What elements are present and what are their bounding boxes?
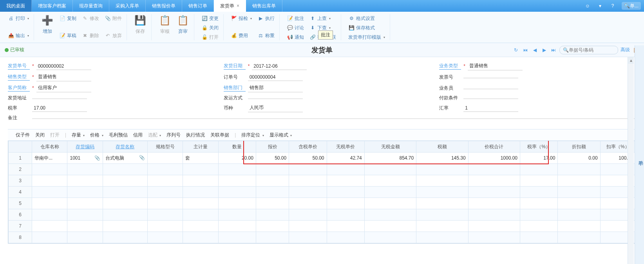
dept-field[interactable]: 销售部	[248, 84, 303, 92]
col-amount-notax[interactable]: 无税金额	[364, 141, 416, 153]
table-row[interactable]: 1 华南中... 1001📎 台式电脑📎 套 20.00 50.00 50.00…	[9, 153, 636, 164]
disc-cell[interactable]: 0.00	[558, 153, 600, 164]
table-row[interactable]: 4	[9, 187, 636, 198]
stock-button[interactable]: 存量 ▾	[72, 132, 85, 138]
tab-ship-bill[interactable]: 发货单×	[214, 0, 246, 12]
fee-button[interactable]: 💰费用	[229, 31, 253, 40]
format-set-button[interactable]: ⚙格式设置	[347, 14, 387, 23]
col-price-tax[interactable]: 含税单价	[289, 141, 327, 153]
col-tax-rate[interactable]: 税率（%）	[520, 141, 558, 153]
col-quote[interactable]: 报价	[256, 141, 289, 153]
col-rownum[interactable]	[9, 141, 32, 153]
ship-no-field[interactable]: 0000000002	[36, 63, 91, 70]
check-up-button[interactable]: ⬆上查▾	[308, 14, 338, 23]
tab-sales-order[interactable]: 销售订单	[182, 0, 214, 12]
open-doc-button[interactable]: 🔓打开	[200, 33, 220, 41]
total-cell[interactable]: 1000.00	[468, 153, 520, 164]
remark-field[interactable]	[32, 117, 636, 119]
execute-button[interactable]: ▶执行	[256, 14, 276, 23]
print-button[interactable]: 🖨打印▾	[6, 14, 31, 23]
name-cell[interactable]: 台式电脑📎	[103, 153, 147, 164]
clerk-field[interactable]	[463, 87, 518, 89]
col-stock-code[interactable]: 存货编码	[67, 141, 103, 153]
prev-button[interactable]: ◀	[531, 47, 538, 53]
col-spec[interactable]: 规格型号	[148, 141, 183, 153]
col-qty[interactable]: 数量	[218, 141, 256, 153]
sale-type-field[interactable]: 普通销售	[36, 73, 91, 81]
grid-close-button[interactable]: 关闭	[35, 132, 45, 138]
col-tax-amt[interactable]: 税额	[416, 141, 468, 153]
advanced-link[interactable]: 高级	[620, 47, 630, 53]
col-total[interactable]: 价税合计	[468, 141, 520, 153]
date-field[interactable]: 2017-12-06	[252, 63, 307, 70]
grid-open-button[interactable]: 打开	[50, 132, 60, 138]
code-cell[interactable]: 1001📎	[67, 153, 103, 164]
tab-stock-query[interactable]: 现存量查询	[73, 0, 109, 12]
refresh-button[interactable]: ↻	[512, 47, 519, 53]
cust-field[interactable]: 信用客户	[36, 84, 91, 92]
exec-info-button[interactable]: 执行情况	[186, 132, 205, 138]
table-row[interactable]: 3	[9, 175, 636, 187]
currency-field[interactable]: 人民币	[248, 104, 303, 112]
doc-search-input[interactable]	[569, 47, 628, 53]
addr-field[interactable]	[32, 97, 87, 99]
sort-button[interactable]: 排序定位 ▾	[241, 132, 264, 138]
output-button[interactable]: 📤输出▾	[6, 31, 31, 40]
copy-button[interactable]: 📄复制	[58, 14, 78, 23]
scrollbar[interactable]: ▴	[628, 57, 634, 244]
col-uom[interactable]: 主计量	[183, 141, 218, 153]
last-button[interactable]: ⏭	[550, 47, 557, 53]
close-doc-button[interactable]: 🔒关闭	[200, 23, 220, 32]
col-stock-name[interactable]: 存货名称	[103, 141, 147, 153]
table-row[interactable]: 8	[9, 232, 636, 243]
notify-button[interactable]: 📢通知	[285, 33, 306, 41]
doc-search[interactable]: 🔍	[559, 46, 618, 54]
table-row[interactable]: 6	[9, 209, 636, 221]
spec-cell[interactable]	[148, 153, 183, 164]
table-row[interactable]: 7	[9, 221, 636, 232]
tax-cell[interactable]: 145.30	[416, 153, 468, 164]
tab-sales-out[interactable]: 销售出库单	[246, 0, 282, 12]
modify-button[interactable]: ✎修改	[80, 14, 101, 23]
assoc-doc-button[interactable]: 关联单据	[210, 132, 229, 138]
qty-cell[interactable]: 20.00	[218, 153, 256, 164]
rate-field[interactable]: 17.00	[32, 104, 87, 112]
attachment-button[interactable]: 📎附件	[103, 14, 123, 23]
ship-mode-field[interactable]	[248, 97, 303, 99]
delete-button[interactable]: ✖删除	[80, 31, 101, 40]
abandon-audit-button[interactable]: 📋弃审	[175, 14, 191, 35]
pnt-cell[interactable]: 42.74	[327, 153, 364, 164]
wh-cell[interactable]: 华南中...	[32, 153, 67, 164]
inspect-button[interactable]: 🚩报检▾	[229, 14, 253, 23]
weigh-button[interactable]: ⚖称重	[256, 31, 276, 40]
change-button[interactable]: 🔄变更	[200, 14, 220, 23]
price-button[interactable]: 价格 ▾	[90, 132, 103, 138]
tab-sales-quote[interactable]: 销售报价单	[146, 0, 182, 12]
chevron-down-icon[interactable]: ▾	[597, 2, 604, 9]
data-grid[interactable]: 仓库名称 存货编码 存货名称 规格型号 主计量 数量 报价 含税单价 无税单价 …	[8, 141, 636, 243]
note-button[interactable]: 📝批注	[285, 14, 306, 23]
table-row[interactable]: 5	[9, 198, 636, 209]
trate-cell[interactable]: 17.00	[520, 153, 558, 164]
print-tpl-button[interactable]: 发货单打印模版▾	[347, 33, 387, 41]
global-search[interactable]: 🔍 单...	[622, 2, 641, 10]
quote-cell[interactable]: 50.00	[256, 153, 289, 164]
gross-button[interactable]: 毛利预估	[109, 132, 128, 138]
invoice-field[interactable]	[463, 76, 518, 78]
amt-cell[interactable]: 854.70	[364, 153, 416, 164]
credit-button[interactable]: 信用	[133, 132, 143, 138]
draft-button[interactable]: 📝草稿	[58, 31, 78, 40]
discard-button[interactable]: ↶放弃	[103, 31, 123, 40]
only-child-button[interactable]: 仅子件	[16, 132, 30, 138]
tab-add-customer[interactable]: 增加客户档案	[32, 0, 73, 12]
order-field[interactable]: 0000000004	[248, 74, 303, 81]
close-icon[interactable]: ×	[237, 3, 239, 9]
serial-button[interactable]: 序列号	[166, 132, 181, 138]
save-button[interactable]: 💾保存	[132, 14, 148, 35]
smile-icon[interactable]: ☺	[584, 2, 591, 9]
help-icon[interactable]: ?	[609, 2, 616, 9]
pt-cell[interactable]: 50.00	[289, 153, 327, 164]
uom-cell[interactable]: 套	[183, 153, 218, 164]
pick-button[interactable]: 选配 ▾	[148, 132, 161, 138]
col-price-notax[interactable]: 无税单价	[327, 141, 364, 153]
